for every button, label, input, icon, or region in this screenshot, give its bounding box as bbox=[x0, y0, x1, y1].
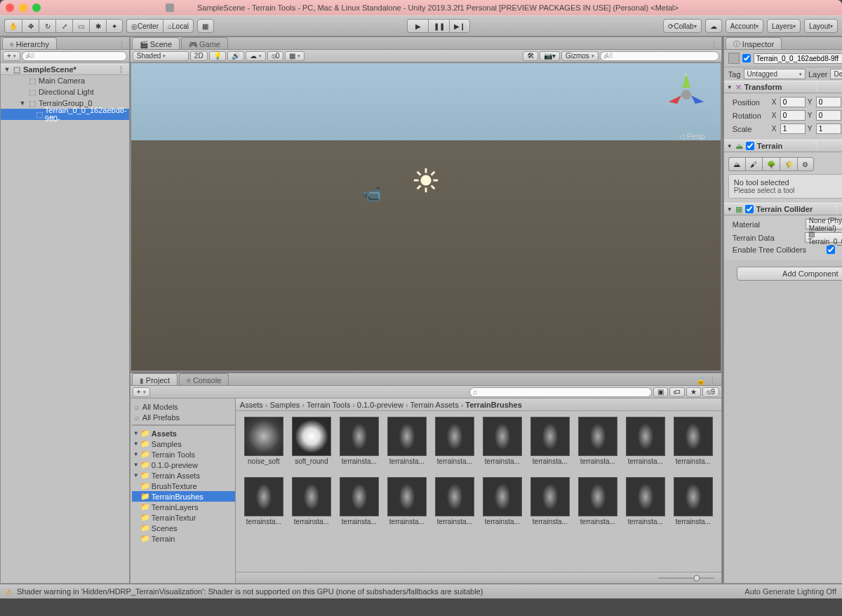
project-search[interactable] bbox=[469, 387, 652, 397]
asset-thumbnail[interactable]: terrainsta... bbox=[480, 477, 525, 533]
project-tab[interactable]: ▮Project bbox=[132, 373, 178, 385]
grid-toggle[interactable]: ▦ bbox=[285, 51, 305, 61]
terrain-add-neighbor-tool[interactable]: ⛰ bbox=[728, 157, 745, 171]
asset-thumbnail[interactable]: terrainsta... bbox=[528, 477, 573, 533]
folder-terraintools[interactable]: ▼📁 Terrain Tools bbox=[132, 449, 235, 460]
breadcrumb-item[interactable]: 0.1.0-preview bbox=[357, 401, 403, 409]
lighting-toggle[interactable]: 💡 bbox=[209, 51, 226, 61]
asset-thumbnail[interactable]: terrainsta... bbox=[337, 477, 382, 533]
hidden-count[interactable]: ⦸9 bbox=[702, 387, 719, 397]
layer-dropdown[interactable]: Default bbox=[830, 69, 842, 79]
thumbnail-size-slider[interactable] bbox=[236, 572, 721, 583]
gizmos-dropdown[interactable]: Gizmos bbox=[561, 51, 599, 61]
help-icon[interactable]: ❔ bbox=[833, 206, 841, 213]
asset-thumbnail[interactable]: terrainsta... bbox=[480, 417, 525, 473]
asset-thumbnail[interactable]: terrainsta... bbox=[575, 417, 620, 473]
folder-brushtex[interactable]: 📁 BrushTexture bbox=[132, 481, 235, 491]
terrain-paint-tool[interactable]: 🖌 bbox=[745, 157, 762, 171]
asset-thumbnail[interactable]: terrainsta... bbox=[241, 477, 286, 533]
asset-thumbnail[interactable]: terrainsta... bbox=[528, 417, 573, 473]
hierarchy-item-light[interactable]: ⬚Directional Light bbox=[1, 86, 129, 98]
asset-thumbnail[interactable]: terrainsta... bbox=[671, 477, 716, 533]
asset-thumbnail[interactable]: terrainsta... bbox=[385, 477, 429, 533]
hand-tool[interactable]: ✋ bbox=[4, 19, 22, 33]
scene-header[interactable]: ▼⬚ SampleScene* ⋮ bbox=[1, 64, 129, 75]
breadcrumb-item[interactable]: Terrain Assets bbox=[410, 401, 459, 409]
favorite-all-models[interactable]: ⌕All Models bbox=[132, 401, 235, 412]
asset-thumbnail[interactable]: terrainsta... bbox=[432, 417, 477, 473]
scene-viewport[interactable]: 📹 y z x ◁ Persp bbox=[131, 62, 721, 371]
layers-dropdown[interactable]: Layers bbox=[767, 19, 801, 33]
console-tab[interactable]: ≡Console bbox=[179, 373, 229, 385]
move-tool[interactable]: ✥ bbox=[22, 19, 39, 33]
close-window-button[interactable] bbox=[6, 4, 14, 12]
asset-thumbnail[interactable]: terrainsta... bbox=[289, 477, 334, 533]
terrain-settings-tool[interactable]: ⚙ bbox=[797, 157, 814, 171]
2d-toggle[interactable]: 2D bbox=[190, 51, 208, 61]
inspector-tab[interactable]: ⓘInspector bbox=[726, 37, 782, 49]
scene-tab[interactable]: 🎬Scene bbox=[132, 37, 180, 49]
folder-terrainassets[interactable]: ▼📁 Terrain Assets bbox=[132, 470, 235, 481]
asset-thumbnail[interactable]: terrainsta... bbox=[671, 417, 716, 473]
folder-terrainlayers[interactable]: 📁 TerrainLayers bbox=[132, 502, 235, 512]
hierarchy-create-dropdown[interactable]: + bbox=[3, 51, 20, 61]
tag-dropdown[interactable]: Untagged bbox=[744, 69, 806, 79]
help-icon[interactable]: ❔ bbox=[813, 142, 821, 150]
save-search[interactable]: ★ bbox=[686, 387, 701, 397]
search-by-label[interactable]: 🏷 bbox=[669, 387, 685, 397]
pivot-local-toggle[interactable]: ⌂ Local bbox=[163, 19, 194, 33]
grid-snap-button[interactable]: ▦ bbox=[197, 19, 214, 33]
breadcrumb-item[interactable]: Assets bbox=[240, 401, 263, 409]
rect-tool[interactable]: ▭ bbox=[72, 19, 89, 33]
hierarchy-item-camera[interactable]: ⬚Main Camera bbox=[1, 75, 129, 86]
game-tab[interactable]: 🎮Game bbox=[181, 37, 228, 49]
project-menu-icon[interactable]: ⋮ bbox=[709, 376, 717, 385]
asset-thumbnail[interactable]: terrainsta... bbox=[623, 477, 668, 533]
status-message[interactable]: Shader warning in 'Hidden/HDRP_TerrainVi… bbox=[17, 587, 483, 596]
folder-terrainbrushes[interactable]: 📁 TerrainBrushes bbox=[132, 491, 235, 502]
hidden-toggle[interactable]: ⦸0 bbox=[267, 51, 284, 61]
shading-mode-dropdown[interactable]: Shaded bbox=[133, 51, 189, 61]
terrain-details-tool[interactable]: 🌾 bbox=[780, 157, 797, 171]
rotate-tool[interactable]: ↻ bbox=[39, 19, 55, 33]
projection-label[interactable]: ◁ Persp bbox=[679, 133, 705, 140]
terrain-component-header[interactable]: ▼⛰Terrain ❔ ⇆ ⋮ bbox=[724, 140, 842, 152]
gameobject-name-field[interactable] bbox=[754, 53, 842, 64]
pause-button[interactable]: ❚❚ bbox=[428, 19, 449, 33]
account-dropdown[interactable]: Account bbox=[726, 19, 763, 33]
play-button[interactable]: ▶ bbox=[407, 19, 428, 33]
folder-terrain[interactable]: 📁 Terrain bbox=[132, 533, 235, 544]
custom-tool[interactable]: ✦ bbox=[106, 19, 123, 33]
asset-thumbnail[interactable]: noise_soft bbox=[241, 417, 286, 473]
asset-thumbnail[interactable]: terrainsta... bbox=[337, 417, 382, 473]
enable-tree-colliders-checkbox[interactable] bbox=[827, 246, 835, 254]
scale-y-field[interactable] bbox=[816, 123, 841, 134]
breadcrumb-item-current[interactable]: TerrainBrushes bbox=[465, 401, 522, 409]
asset-thumbnail[interactable]: terrainsta... bbox=[623, 417, 668, 473]
scene-search[interactable]: All bbox=[600, 51, 719, 61]
terrain-enabled-checkbox[interactable] bbox=[746, 142, 754, 150]
tools-button[interactable]: 🛠 bbox=[523, 51, 538, 61]
lighting-status[interactable]: Auto Generate Lighting Off bbox=[744, 587, 836, 596]
scale-x-field[interactable] bbox=[780, 123, 806, 134]
position-y-field[interactable] bbox=[816, 97, 841, 107]
fx-toggle[interactable]: ☁ bbox=[246, 51, 266, 61]
asset-thumbnail[interactable]: terrainsta... bbox=[432, 477, 477, 533]
hierarchy-item-terrain[interactable]: ⬚Terrain_0_0_162aebd8-9ff0- bbox=[1, 109, 129, 120]
scale-tool[interactable]: ⤢ bbox=[55, 19, 72, 33]
scene-view-menu-icon[interactable]: ⋮ bbox=[710, 40, 719, 49]
step-button[interactable]: ▶❙ bbox=[449, 19, 470, 33]
folder-version[interactable]: ▼📁 0.1.0-preview bbox=[132, 460, 235, 470]
terrain-trees-tool[interactable]: 🌳 bbox=[762, 157, 780, 171]
layout-dropdown[interactable]: Layout bbox=[804, 19, 838, 33]
folder-assets[interactable]: ▼📁 Assets bbox=[132, 428, 235, 438]
position-x-field[interactable] bbox=[780, 97, 806, 107]
terrain-collider-component-header[interactable]: ▼▦Terrain Collider ❔ ⇆ ⋮ bbox=[724, 203, 842, 215]
search-by-type[interactable]: ▣ bbox=[653, 387, 668, 397]
transform-tool[interactable]: ✱ bbox=[89, 19, 106, 33]
hierarchy-search[interactable]: All bbox=[22, 51, 127, 61]
audio-toggle[interactable]: 🔊 bbox=[227, 51, 244, 61]
collab-dropdown[interactable]: ⟳ Collab bbox=[663, 19, 701, 33]
gameobject-active-checkbox[interactable] bbox=[742, 54, 751, 62]
terrain-data-field[interactable]: ▨ Terrain_0_0_162aebd⊙ bbox=[805, 232, 842, 243]
